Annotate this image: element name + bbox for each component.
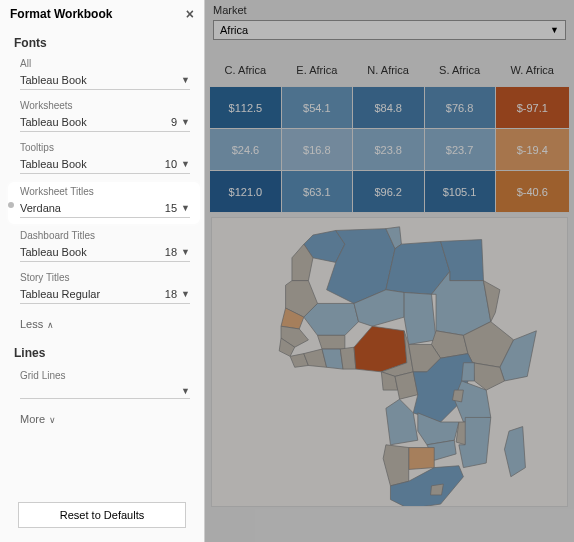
font-select-row[interactable]: Verdana 15 ▼ <box>20 200 190 218</box>
africa-map[interactable] <box>211 217 568 507</box>
map-svg <box>212 218 567 506</box>
group-label: Grid Lines <box>20 370 190 381</box>
font-group-tooltips: Tooltips Tableau Book 10 ▼ <box>0 138 204 180</box>
country-lesotho[interactable] <box>431 484 444 495</box>
group-label: Story Titles <box>20 272 190 283</box>
chevron-up-icon: ∧ <box>43 320 54 330</box>
market-filter-value: Africa <box>220 24 248 36</box>
table-cell[interactable]: $54.1 <box>281 87 352 129</box>
font-size: 9 <box>155 116 177 128</box>
country-rwanda-burundi[interactable] <box>452 390 463 402</box>
font-select-row[interactable]: Tableau Book 10 ▼ <box>20 156 190 174</box>
table-cell[interactable]: $16.8 <box>281 129 352 171</box>
panel-title: Format Workbook <box>10 7 112 21</box>
table-body: $112.5$54.1$84.8$76.8$-97.1$24.6$16.8$23… <box>210 87 570 213</box>
chevron-down-icon[interactable]: ▼ <box>177 247 190 257</box>
grid-lines-select[interactable]: ▼ <box>20 384 190 399</box>
chevron-down-icon: ∨ <box>45 415 56 425</box>
font-name: Tableau Book <box>20 156 155 172</box>
table-cell[interactable]: $105.1 <box>424 171 495 213</box>
font-name: Tableau Regular <box>20 286 155 302</box>
font-name: Tableau Book <box>20 114 155 130</box>
font-name: Verdana <box>20 200 155 216</box>
group-label: Worksheets <box>20 100 190 111</box>
font-group-story-titles: Story Titles Tableau Regular 18 ▼ <box>0 268 204 310</box>
font-select-row[interactable]: Tableau Book 9 ▼ <box>20 114 190 132</box>
table-cell[interactable]: $23.8 <box>352 129 424 171</box>
table-cell[interactable]: $-97.1 <box>495 87 570 129</box>
column-header[interactable]: N. Africa <box>352 58 424 87</box>
country-namibia[interactable] <box>383 445 409 486</box>
table-cell[interactable]: $121.0 <box>210 171 282 213</box>
group-label: All <box>20 58 190 69</box>
chevron-down-icon[interactable]: ▼ <box>177 203 190 213</box>
font-group-all: All Tableau Book ▼ <box>0 54 204 96</box>
chevron-down-icon[interactable]: ▼ <box>177 289 190 299</box>
font-group-worksheets: Worksheets Tableau Book 9 ▼ <box>0 96 204 138</box>
group-label: Worksheet Titles <box>20 186 190 197</box>
chevron-down-icon[interactable]: ▼ <box>177 159 190 169</box>
fonts-section-title: Fonts <box>0 28 204 54</box>
lines-section-title: Lines <box>0 338 204 364</box>
font-select-row[interactable]: Tableau Book ▼ <box>20 72 190 90</box>
table-cell[interactable]: $96.2 <box>352 171 424 213</box>
font-name: Tableau Book <box>20 72 155 88</box>
column-header[interactable]: S. Africa <box>424 58 495 87</box>
font-size: 10 <box>155 158 177 170</box>
chevron-down-icon: ▼ <box>550 25 559 35</box>
country-uganda[interactable] <box>462 363 475 381</box>
group-label: Dashboard Titles <box>20 230 190 241</box>
table-cell[interactable]: $24.6 <box>210 129 282 171</box>
close-icon[interactable]: × <box>186 6 194 22</box>
market-filter-label: Market <box>205 0 574 18</box>
chevron-down-icon[interactable]: ▼ <box>177 117 190 127</box>
table-cell[interactable]: $84.8 <box>352 87 424 129</box>
font-size: 18 <box>155 246 177 258</box>
table-cell[interactable]: $-19.4 <box>495 129 570 171</box>
font-size: 18 <box>155 288 177 300</box>
font-group-worksheet-titles: Worksheet Titles Verdana 15 ▼ <box>8 182 200 224</box>
market-filter-select[interactable]: Africa ▼ <box>213 20 566 40</box>
table-cell[interactable]: $76.8 <box>424 87 495 129</box>
country-botswana[interactable] <box>409 448 435 470</box>
chevron-down-icon[interactable]: ▼ <box>177 386 190 396</box>
font-size: 15 <box>155 202 177 214</box>
less-toggle[interactable]: Less∧ <box>0 310 204 338</box>
table-cell[interactable]: $63.1 <box>281 171 352 213</box>
column-header[interactable]: E. Africa <box>281 58 352 87</box>
font-name: Tableau Book <box>20 244 155 260</box>
font-select-row[interactable]: Tableau Book 18 ▼ <box>20 244 190 262</box>
country-togo-benin[interactable] <box>340 347 356 369</box>
table-row: $121.0$63.1$96.2$105.1$-40.6 <box>210 171 570 213</box>
reset-to-defaults-button[interactable]: Reset to Defaults <box>18 502 186 528</box>
font-group-dashboard-titles: Dashboard Titles Tableau Book 18 ▼ <box>0 226 204 268</box>
visualization-area: Market Africa ▼ C. AfricaE. AfricaN. Afr… <box>205 0 574 542</box>
panel-header: Format Workbook × <box>0 0 204 28</box>
country-burkina[interactable] <box>318 335 345 349</box>
more-toggle[interactable]: More∨ <box>0 405 204 433</box>
column-header[interactable]: W. Africa <box>495 58 570 87</box>
format-workbook-panel: Format Workbook × Fonts All Tableau Book… <box>0 0 205 542</box>
country-madagascar[interactable] <box>504 427 525 477</box>
table-row: $112.5$54.1$84.8$76.8$-97.1 <box>210 87 570 129</box>
group-label: Tooltips <box>20 142 190 153</box>
data-table: C. AfricaE. AfricaN. AfricaS. AfricaW. A… <box>209 58 570 213</box>
chevron-down-icon[interactable]: ▼ <box>177 75 190 85</box>
font-select-row[interactable]: Tableau Regular 18 ▼ <box>20 286 190 304</box>
country-angola[interactable] <box>386 399 418 445</box>
column-header[interactable]: C. Africa <box>210 58 282 87</box>
table-header-row: C. AfricaE. AfricaN. AfricaS. AfricaW. A… <box>210 58 570 87</box>
table-cell[interactable]: $-40.6 <box>495 171 570 213</box>
table-row: $24.6$16.8$23.8$23.7$-19.4 <box>210 129 570 171</box>
country-nigeria[interactable] <box>354 326 407 372</box>
modified-indicator-icon <box>8 202 14 208</box>
table-cell[interactable]: $112.5 <box>210 87 282 129</box>
table-cell[interactable]: $23.7 <box>424 129 495 171</box>
grid-lines-group: Grid Lines ▼ <box>0 364 204 405</box>
country-chad[interactable] <box>404 292 436 344</box>
